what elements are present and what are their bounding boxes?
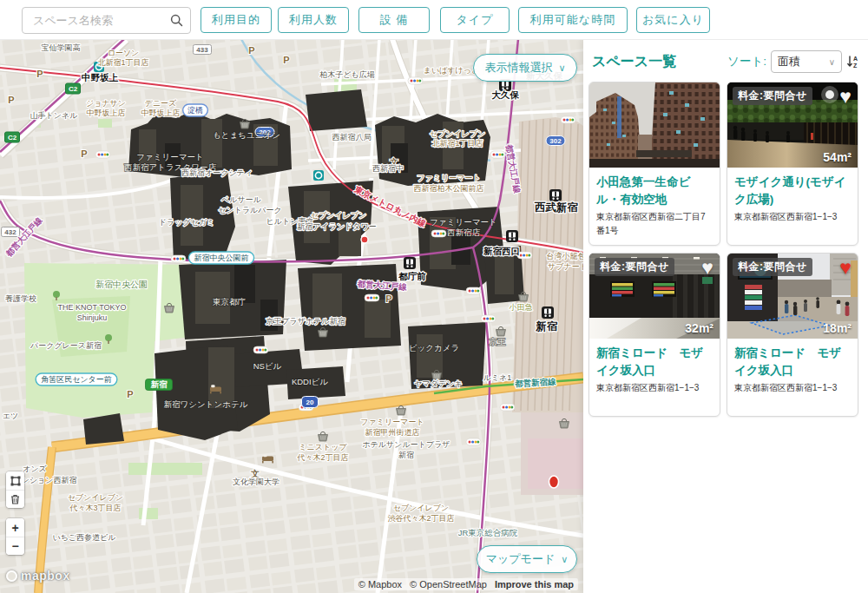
svg-text:北新宿1丁目店: 北新宿1丁目店 xyxy=(97,58,148,67)
chevron-down-icon: ∨ xyxy=(829,57,835,67)
filter-type-button[interactable]: タイプ xyxy=(440,7,510,33)
svg-text:C2: C2 xyxy=(8,134,17,142)
svg-text:西武新宿: 西武新宿 xyxy=(534,201,579,214)
svg-text:新宿: 新宿 xyxy=(151,379,168,389)
svg-text:西新宿オークシティ: 西新宿オークシティ xyxy=(181,168,253,177)
space-address: 東京都新宿区西新宿1−1−3 xyxy=(589,380,720,396)
filter-toolbar: 利用目的 利用人数 設 備 タイプ 利用可能な時間 お気に入り xyxy=(0,0,868,40)
space-title[interactable]: 新宿ミロード モザイク坂入口 xyxy=(727,339,858,380)
svg-text:P: P xyxy=(283,55,289,65)
sort-order-icon[interactable]: AZ xyxy=(846,55,859,69)
svg-text:西新宿中: 西新宿中 xyxy=(372,164,404,173)
svg-text:ファミリーマート: ファミリーマート xyxy=(360,418,424,426)
trash-button[interactable] xyxy=(6,490,24,508)
space-card[interactable]: 料金:要問合せ ♥ 32m² 新宿ミロード モザイク坂入口 東京都新宿区西新宿1… xyxy=(589,253,720,417)
svg-text:京王: 京王 xyxy=(490,337,507,346)
svg-text:いちご西参道ビル: いちご西参道ビル xyxy=(52,533,115,542)
svg-text:角筈区民センター前: 角筈区民センター前 xyxy=(41,375,112,384)
favorite-heart-icon[interactable]: ♥ xyxy=(701,258,713,278)
svg-text:P: P xyxy=(36,69,43,79)
svg-text:NSビル: NSビル xyxy=(253,361,282,371)
svg-text:文化学園大学: 文化学園大学 xyxy=(233,478,279,486)
mapbox-logo[interactable]: mapbox xyxy=(6,569,70,583)
price-badge: 料金:要問合せ xyxy=(595,258,674,276)
chevron-down-icon: ∨ xyxy=(558,63,565,74)
svg-text:渋谷代々木2丁目店: 渋谷代々木2丁目店 xyxy=(387,514,454,523)
space-photo: 料金:要問合せ ♥ 54m² xyxy=(727,82,858,168)
space-card[interactable]: ♥ 小田急第一生命ビル・有効空地 東京都新宿区西新宿二丁目7番1号 xyxy=(589,82,720,246)
space-photo: 料金:要問合せ ♥ 32m² xyxy=(589,254,720,339)
svg-text:A: A xyxy=(853,56,858,62)
svg-text:ヤマダデンキ: ヤマダデンキ xyxy=(414,379,462,388)
svg-text:THE KNOT TOKYO: THE KNOT TOKYO xyxy=(57,303,126,312)
space-name-search xyxy=(22,7,191,34)
svg-text:台湾小籠包: 台湾小籠包 xyxy=(547,252,584,260)
search-input[interactable] xyxy=(31,8,174,33)
svg-text:新宿甲州街道店: 新宿甲州街道店 xyxy=(365,428,420,437)
display-info-label: 表示情報選択 xyxy=(484,60,552,76)
svg-text:サブナード: サブナード xyxy=(548,262,583,271)
sort-select[interactable]: 面積 ∨ xyxy=(771,50,842,73)
svg-text:セブンイレブン: セブンイレブン xyxy=(393,504,449,512)
favorite-heart-icon[interactable]: ♥ xyxy=(839,87,852,107)
chevron-down-icon: ∨ xyxy=(561,554,568,565)
draw-polygon-button[interactable] xyxy=(6,471,24,490)
svg-text:セブンイレブン: セブンイレブン xyxy=(68,493,123,502)
space-title[interactable]: 小田急第一生命ビル・有効空地 xyxy=(589,168,720,209)
svg-text:柏木子ども広場: 柏木子ども広場 xyxy=(319,70,374,79)
filter-equipment-button[interactable]: 設 備 xyxy=(358,7,430,33)
area-label: 54m² xyxy=(823,150,852,164)
filter-available-time-button[interactable]: 利用可能な時間 xyxy=(518,7,628,33)
svg-text:西新宿八局: 西新宿八局 xyxy=(332,133,372,142)
map-mode-button[interactable]: マップモード ∨ xyxy=(477,545,577,573)
svg-text:KDDIビル: KDDIビル xyxy=(292,377,328,386)
svg-text:ローソン: ローソン xyxy=(108,49,140,57)
svg-text:Shinjuku: Shinjuku xyxy=(77,313,108,322)
svg-text:山手トンネル: 山手トンネル xyxy=(30,111,78,120)
filter-capacity-button[interactable]: 利用人数 xyxy=(278,7,349,33)
space-title[interactable]: 新宿ミロード モザイク坂入口 xyxy=(589,339,720,380)
svg-text:宝仙学園高: 宝仙学園高 xyxy=(42,43,81,52)
svg-text:ビックカメラ: ビックカメラ xyxy=(409,343,459,353)
svg-text:新宿西口: 新宿西口 xyxy=(483,246,520,256)
zoom-controls: + − xyxy=(6,518,24,555)
zoom-out-button[interactable]: − xyxy=(6,537,24,555)
svg-text:中野坂上店: 中野坂上店 xyxy=(141,109,181,117)
svg-text:ベルサール: ベルサール xyxy=(221,195,261,204)
svg-text:302: 302 xyxy=(549,137,562,145)
space-card[interactable]: 料金:要問合せ ♥ 54m² モザイク通り(モザイク広場) 東京都新宿区西新宿1… xyxy=(727,82,858,246)
svg-text:淀橋: 淀橋 xyxy=(187,106,203,115)
svg-text:養護学校: 養護学校 xyxy=(5,294,36,303)
svg-text:ホテルサンルートプラザ: ホテルサンルートプラザ xyxy=(362,440,450,449)
osm-attribution-link[interactable]: © OpenStreetMap xyxy=(410,579,487,590)
map-attribution: © Mapbox © OpenStreetMap Improve this ma… xyxy=(354,578,578,590)
search-icon[interactable] xyxy=(170,14,183,30)
space-list-panel: スペース一覧 ソート: 面積 ∨ AZ xyxy=(583,39,868,593)
space-title[interactable]: モザイク通り(モザイク広場) xyxy=(727,168,858,209)
map-canvas[interactable]: 文 xyxy=(0,39,583,593)
improve-map-link[interactable]: Improve this map xyxy=(495,579,574,590)
svg-text:パークグレース新宿: パークグレース新宿 xyxy=(30,341,102,350)
area-label: 32m² xyxy=(685,321,713,335)
panel-title: スペース一覧 xyxy=(592,53,676,71)
favorite-heart-icon[interactable]: ♥ xyxy=(839,258,852,278)
space-photo: ♥ xyxy=(589,82,720,168)
svg-text:新宿: 新宿 xyxy=(536,320,559,333)
display-info-select-button[interactable]: 表示情報選択 ∨ xyxy=(473,54,577,82)
svg-text:まいばすけっと: まいばすけっと xyxy=(424,66,479,75)
svg-text:西新宿店: 西新宿店 xyxy=(447,227,481,237)
sort-label: ソート: xyxy=(727,54,766,69)
svg-text:ミニストップ: ミニストップ xyxy=(299,443,347,451)
svg-text:P: P xyxy=(8,95,14,105)
mapbox-attribution-link[interactable]: © Mapbox xyxy=(358,579,402,590)
svg-text:新宿中央公園: 新宿中央公園 xyxy=(95,280,148,289)
space-address: 東京都新宿区西新宿二丁目7番1号 xyxy=(589,209,720,238)
filter-purpose-button[interactable]: 利用目的 xyxy=(201,7,272,33)
svg-text:都庁前: 都庁前 xyxy=(398,271,426,281)
price-badge: 料金:要問合せ xyxy=(733,87,812,105)
zoom-in-button[interactable]: + xyxy=(6,518,24,537)
svg-text:デニーズ: デニーズ xyxy=(145,99,177,108)
svg-text:新宿: 新宿 xyxy=(398,451,414,459)
filter-favorites-button[interactable]: お気に入り xyxy=(636,7,710,33)
space-card[interactable]: 料金:要問合せ ♥ 18m² 新宿ミロード モザイク坂入口 東京都新宿区西新宿1… xyxy=(727,253,858,417)
